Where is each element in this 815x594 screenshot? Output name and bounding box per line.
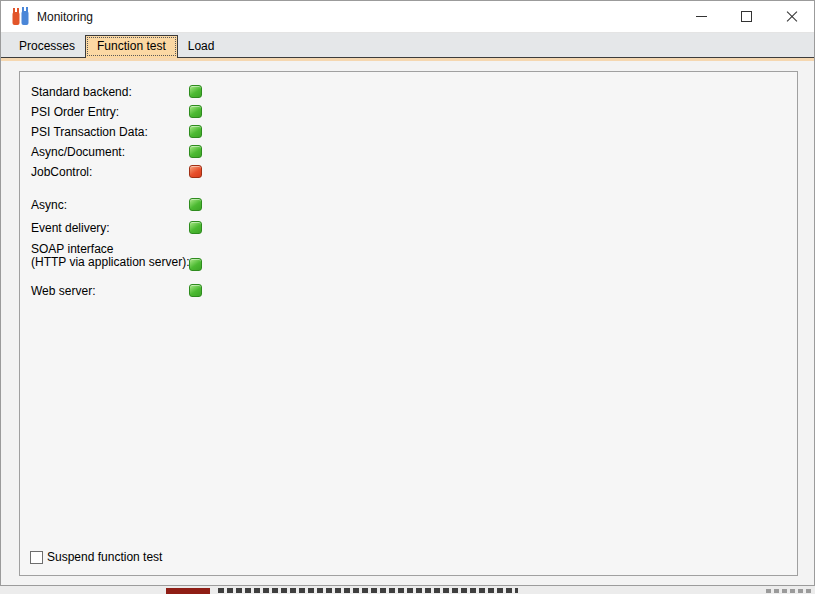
background-artifact [218,588,518,593]
function-test-page: Standard backend: PSI Order Entry: PSI T… [1,61,814,585]
status-indicator [189,165,202,178]
status-indicator [189,198,202,211]
function-test-panel: Standard backend: PSI Order Entry: PSI T… [19,71,798,576]
status-indicator [189,105,202,118]
status-label: Async/Document: [31,146,125,159]
status-label: Standard backend: [31,86,132,99]
status-label: SOAP interface (HTTP via application ser… [31,243,190,269]
titlebar: Monitoring [1,1,814,33]
background-artifact [766,589,812,593]
background-artifact [166,588,210,594]
minimize-icon [696,16,707,17]
status-row: Async/Document: [31,145,125,159]
tab-function-test[interactable]: Function test [85,35,178,58]
suspend-checkbox-row: Suspend function test [30,550,162,564]
background-strip [0,586,815,594]
status-row: JobControl: [31,165,92,179]
status-row: SOAP interface (HTTP via application ser… [31,243,190,271]
status-row: Standard backend: [31,85,132,99]
status-indicator [189,85,202,98]
tab-load[interactable]: Load [178,35,225,57]
status-label: JobControl: [31,166,92,179]
window-title: Monitoring [37,10,93,24]
maximize-button[interactable] [724,1,769,32]
tab-bar: Processes Function test Load [1,33,814,58]
status-label: Event delivery: [31,222,110,235]
minimize-button[interactable] [679,1,724,32]
status-row: PSI Order Entry: [31,105,119,119]
suspend-checkbox[interactable] [30,551,43,564]
status-label: PSI Transaction Data: [31,126,148,139]
status-row: Event delivery: [31,221,110,235]
maximize-icon [741,11,752,22]
monitoring-window: Monitoring Processes Function test Load … [0,0,815,586]
status-indicator [189,145,202,158]
status-row: PSI Transaction Data: [31,125,148,139]
suspend-checkbox-label[interactable]: Suspend function test [47,550,162,564]
status-row: Async: [31,198,67,212]
status-indicator [189,258,202,271]
status-label: PSI Order Entry: [31,106,119,119]
close-button[interactable] [769,1,814,32]
status-label: Web server: [31,285,95,298]
status-indicator [189,221,202,234]
app-icon [10,7,30,27]
tab-processes[interactable]: Processes [9,35,85,57]
status-label: Async: [31,199,67,212]
status-indicator [189,284,202,297]
status-row: Web server: [31,284,95,298]
close-icon [786,11,798,23]
window-controls [679,1,814,32]
status-indicator [189,125,202,138]
